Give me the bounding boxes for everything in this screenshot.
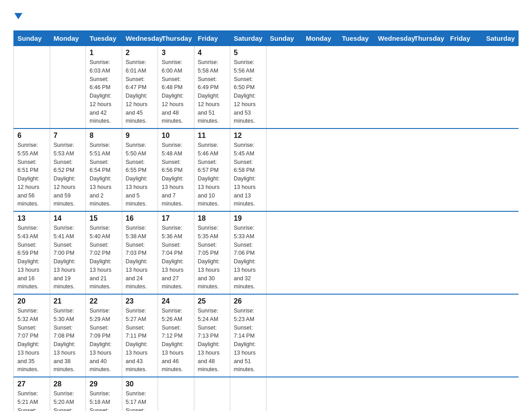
day-number: 19 <box>234 214 262 223</box>
day-info: Sunrise: 5:48 AM Sunset: 6:56 PM Dayligh… <box>162 141 190 208</box>
calendar-cell: 8Sunrise: 5:51 AM Sunset: 6:54 PM Daylig… <box>86 128 122 211</box>
weekday-header-saturday: Saturday <box>482 31 519 46</box>
day-info: Sunrise: 5:36 AM Sunset: 7:04 PM Dayligh… <box>162 224 190 291</box>
day-info: Sunrise: 5:55 AM Sunset: 6:51 PM Dayligh… <box>17 141 46 208</box>
day-info: Sunrise: 5:38 AM Sunset: 7:03 PM Dayligh… <box>126 224 154 291</box>
day-info: Sunrise: 5:35 AM Sunset: 7:05 PM Dayligh… <box>198 224 227 291</box>
day-info: Sunrise: 5:50 AM Sunset: 6:55 PM Dayligh… <box>126 141 154 208</box>
day-info: Sunrise: 5:46 AM Sunset: 6:57 PM Dayligh… <box>198 141 227 208</box>
day-number: 20 <box>17 297 46 305</box>
calendar-week-row: 27Sunrise: 5:21 AM Sunset: 7:15 PM Dayli… <box>14 377 519 411</box>
calendar-cell <box>14 46 50 129</box>
calendar-cell: 25Sunrise: 5:24 AM Sunset: 7:13 PM Dayli… <box>194 294 230 377</box>
day-number: 1 <box>90 49 118 57</box>
calendar-cell: 21Sunrise: 5:30 AM Sunset: 7:08 PM Dayli… <box>50 294 86 377</box>
calendar-cell: 22Sunrise: 5:29 AM Sunset: 7:09 PM Dayli… <box>86 294 122 377</box>
calendar-cell: 19Sunrise: 5:33 AM Sunset: 7:06 PM Dayli… <box>230 211 266 294</box>
calendar-cell: 7Sunrise: 5:53 AM Sunset: 6:52 PM Daylig… <box>50 128 86 211</box>
day-number: 27 <box>17 380 46 388</box>
calendar-cell: 2Sunrise: 6:01 AM Sunset: 6:47 PM Daylig… <box>122 46 158 129</box>
day-info: Sunrise: 5:21 AM Sunset: 7:15 PM Dayligh… <box>17 390 46 411</box>
calendar-cell: 27Sunrise: 5:21 AM Sunset: 7:15 PM Dayli… <box>14 377 50 411</box>
calendar-week-row: 13Sunrise: 5:43 AM Sunset: 6:59 PM Dayli… <box>14 211 519 294</box>
calendar-cell: 17Sunrise: 5:36 AM Sunset: 7:04 PM Dayli… <box>158 211 194 294</box>
calendar-header-row: SundayMondayTuesdayWednesdayThursdayFrid… <box>14 31 519 46</box>
weekday-header-thursday: Thursday <box>410 31 446 46</box>
day-number: 5 <box>234 49 262 57</box>
calendar-table: SundayMondayTuesdayWednesdayThursdayFrid… <box>13 30 519 411</box>
logo-triangle-icon <box>14 13 22 19</box>
calendar-cell: 5Sunrise: 5:56 AM Sunset: 6:50 PM Daylig… <box>230 46 266 129</box>
day-number: 7 <box>54 132 82 140</box>
day-info: Sunrise: 5:40 AM Sunset: 7:02 PM Dayligh… <box>90 224 118 291</box>
logo <box>13 9 22 21</box>
day-number: 13 <box>17 214 46 223</box>
day-info: Sunrise: 5:18 AM Sunset: 7:17 PM Dayligh… <box>90 390 118 411</box>
day-number: 12 <box>234 132 262 140</box>
calendar-cell: 13Sunrise: 5:43 AM Sunset: 6:59 PM Dayli… <box>14 211 50 294</box>
calendar-cell: 18Sunrise: 5:35 AM Sunset: 7:05 PM Dayli… <box>194 211 230 294</box>
day-number: 16 <box>126 214 154 223</box>
weekday-header-saturday: Saturday <box>230 31 266 46</box>
calendar-cell <box>194 377 230 411</box>
day-number: 17 <box>162 214 190 223</box>
calendar-cell <box>158 377 194 411</box>
day-info: Sunrise: 5:43 AM Sunset: 6:59 PM Dayligh… <box>17 224 46 291</box>
calendar-cell: 30Sunrise: 5:17 AM Sunset: 7:18 PM Dayli… <box>122 377 158 411</box>
weekday-header-wednesday: Wednesday <box>374 31 411 46</box>
day-number: 2 <box>126 49 154 57</box>
calendar-cell: 3Sunrise: 6:00 AM Sunset: 6:48 PM Daylig… <box>158 46 194 129</box>
day-number: 26 <box>234 297 262 305</box>
weekday-header-tuesday: Tuesday <box>338 31 374 46</box>
calendar-cell: 11Sunrise: 5:46 AM Sunset: 6:57 PM Dayli… <box>194 128 230 211</box>
calendar-cell: 26Sunrise: 5:23 AM Sunset: 7:14 PM Dayli… <box>230 294 266 377</box>
day-number: 10 <box>162 132 190 140</box>
day-number: 9 <box>126 132 154 140</box>
calendar-cell: 4Sunrise: 5:58 AM Sunset: 6:49 PM Daylig… <box>194 46 230 129</box>
calendar-cell: 10Sunrise: 5:48 AM Sunset: 6:56 PM Dayli… <box>158 128 194 211</box>
calendar-cell: 15Sunrise: 5:40 AM Sunset: 7:02 PM Dayli… <box>86 211 122 294</box>
day-number: 25 <box>198 297 227 305</box>
day-number: 23 <box>126 297 154 305</box>
day-number: 8 <box>90 132 118 140</box>
day-info: Sunrise: 5:51 AM Sunset: 6:54 PM Dayligh… <box>90 141 118 208</box>
calendar-cell <box>50 46 86 129</box>
weekday-header-sunday: Sunday <box>266 31 302 46</box>
day-info: Sunrise: 5:17 AM Sunset: 7:18 PM Dayligh… <box>126 390 154 411</box>
day-number: 30 <box>126 380 154 388</box>
calendar-cell: 16Sunrise: 5:38 AM Sunset: 7:03 PM Dayli… <box>122 211 158 294</box>
calendar-cell: 9Sunrise: 5:50 AM Sunset: 6:55 PM Daylig… <box>122 128 158 211</box>
calendar-cell: 28Sunrise: 5:20 AM Sunset: 7:16 PM Dayli… <box>50 377 86 411</box>
weekday-header-monday: Monday <box>302 31 339 46</box>
day-info: Sunrise: 5:53 AM Sunset: 6:52 PM Dayligh… <box>54 141 82 208</box>
weekday-header-friday: Friday <box>446 31 483 46</box>
day-info: Sunrise: 5:58 AM Sunset: 6:49 PM Dayligh… <box>198 58 227 125</box>
day-number: 3 <box>162 49 190 57</box>
day-info: Sunrise: 6:01 AM Sunset: 6:47 PM Dayligh… <box>126 58 154 125</box>
page-header <box>13 9 519 21</box>
day-number: 6 <box>17 132 46 140</box>
calendar-cell: 12Sunrise: 5:45 AM Sunset: 6:58 PM Dayli… <box>230 128 266 211</box>
weekday-header-wednesday: Wednesday <box>122 31 158 46</box>
day-number: 29 <box>90 380 118 388</box>
calendar-week-row: 6Sunrise: 5:55 AM Sunset: 6:51 PM Daylig… <box>14 128 519 211</box>
day-number: 28 <box>54 380 82 388</box>
calendar-cell: 23Sunrise: 5:27 AM Sunset: 7:11 PM Dayli… <box>122 294 158 377</box>
weekday-header-thursday: Thursday <box>158 31 194 46</box>
day-info: Sunrise: 5:24 AM Sunset: 7:13 PM Dayligh… <box>198 307 227 374</box>
day-number: 18 <box>198 214 227 223</box>
day-info: Sunrise: 5:26 AM Sunset: 7:12 PM Dayligh… <box>162 307 190 374</box>
calendar-week-row: 20Sunrise: 5:32 AM Sunset: 7:07 PM Dayli… <box>14 294 519 377</box>
day-number: 14 <box>54 214 82 223</box>
day-info: Sunrise: 5:20 AM Sunset: 7:16 PM Dayligh… <box>54 390 82 411</box>
calendar-cell: 24Sunrise: 5:26 AM Sunset: 7:12 PM Dayli… <box>158 294 194 377</box>
calendar-week-row: 1Sunrise: 6:03 AM Sunset: 6:46 PM Daylig… <box>14 46 519 129</box>
day-info: Sunrise: 5:45 AM Sunset: 6:58 PM Dayligh… <box>234 141 262 208</box>
day-info: Sunrise: 5:29 AM Sunset: 7:09 PM Dayligh… <box>90 307 118 374</box>
calendar-cell: 20Sunrise: 5:32 AM Sunset: 7:07 PM Dayli… <box>14 294 50 377</box>
day-info: Sunrise: 5:56 AM Sunset: 6:50 PM Dayligh… <box>234 58 262 125</box>
day-number: 24 <box>162 297 190 305</box>
weekday-header-sunday: Sunday <box>14 31 50 46</box>
day-number: 4 <box>198 49 227 57</box>
calendar-cell: 1Sunrise: 6:03 AM Sunset: 6:46 PM Daylig… <box>86 46 122 129</box>
